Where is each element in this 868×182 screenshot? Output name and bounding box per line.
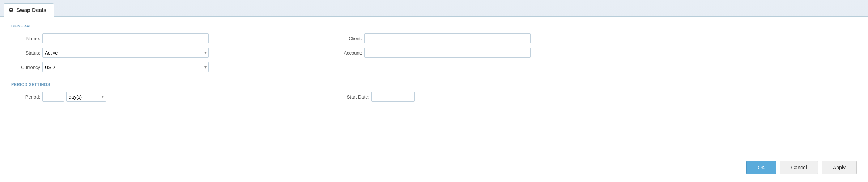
button-row: OK Cancel Apply bbox=[11, 157, 857, 174]
period-settings-header: PERIOD SETTINGS bbox=[11, 82, 857, 87]
account-group: Account: bbox=[337, 48, 857, 58]
currency-select-wrapper: USD EUR GBP JPY bbox=[42, 62, 209, 72]
period-unit-select[interactable]: day(s) week(s) month(s) year(s) bbox=[66, 92, 106, 102]
start-date-label: Start Date: bbox=[337, 94, 369, 100]
status-label: Status: bbox=[11, 50, 40, 56]
swap-deals-tab[interactable]: ♻ Swap Deals bbox=[4, 3, 54, 17]
spacer bbox=[11, 112, 857, 157]
name-label: Name: bbox=[11, 36, 40, 41]
client-input[interactable] bbox=[364, 33, 531, 43]
period-group: Period: day(s) week(s) month(s) year(s) bbox=[11, 92, 337, 102]
general-section: GENERAL Name: Client: Status: bbox=[11, 24, 857, 77]
status-select[interactable]: Active Inactive Pending bbox=[42, 48, 209, 58]
account-input[interactable] bbox=[364, 48, 531, 58]
cancel-button[interactable]: Cancel bbox=[780, 161, 818, 174]
client-label: Client: bbox=[337, 36, 362, 41]
status-account-row: Status: Active Inactive Pending Account: bbox=[11, 48, 857, 58]
apply-button[interactable]: Apply bbox=[822, 161, 857, 174]
start-date-group: Start Date: bbox=[337, 92, 857, 102]
status-group: Status: Active Inactive Pending bbox=[11, 48, 337, 58]
period-number-input[interactable] bbox=[42, 92, 64, 102]
tab-label: Swap Deals bbox=[16, 7, 46, 13]
ok-button[interactable]: OK bbox=[746, 161, 776, 174]
account-label: Account: bbox=[337, 50, 362, 56]
currency-label: Currency bbox=[11, 65, 40, 70]
main-container: ♻ Swap Deals GENERAL Name: Client: bbox=[0, 0, 868, 182]
period-unit-select-wrapper: day(s) week(s) month(s) year(s) bbox=[66, 92, 106, 102]
name-input[interactable] bbox=[42, 33, 209, 43]
currency-row: Currency USD EUR GBP JPY bbox=[11, 62, 857, 72]
currency-group: Currency USD EUR GBP JPY bbox=[11, 62, 337, 72]
content-area: GENERAL Name: Client: Status: bbox=[0, 17, 868, 182]
period-label: Period: bbox=[11, 94, 40, 100]
client-group: Client: bbox=[337, 33, 857, 43]
start-date-input[interactable] bbox=[371, 92, 415, 102]
tab-bar: ♻ Swap Deals bbox=[0, 0, 868, 17]
name-group: Name: bbox=[11, 33, 337, 43]
currency-select[interactable]: USD EUR GBP JPY bbox=[42, 62, 209, 72]
general-header: GENERAL bbox=[11, 24, 857, 28]
swap-icon: ♻ bbox=[8, 6, 13, 13]
name-client-row: Name: Client: bbox=[11, 33, 857, 43]
period-divider bbox=[109, 93, 109, 101]
period-settings-section: PERIOD SETTINGS Period: day(s) week(s) m… bbox=[11, 82, 857, 106]
status-select-wrapper: Active Inactive Pending bbox=[42, 48, 209, 58]
period-row: Period: day(s) week(s) month(s) year(s) … bbox=[11, 92, 857, 102]
